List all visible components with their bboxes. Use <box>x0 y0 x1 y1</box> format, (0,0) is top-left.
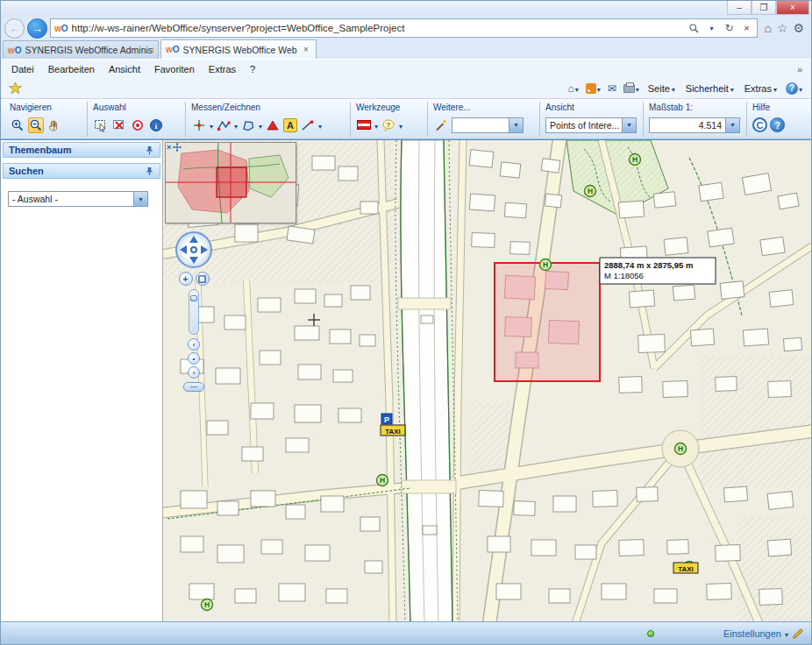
dropdown-button[interactable] <box>509 118 523 132</box>
draw-symbol-tool[interactable] <box>265 117 281 133</box>
pan-north-arrow[interactable] <box>189 236 198 243</box>
menu-extras[interactable]: Extras <box>202 61 243 77</box>
cmd-extras-menu[interactable]: Extras <box>739 82 782 96</box>
collapse-navigator-button[interactable]: — <box>183 382 204 392</box>
tab-weboffice-web[interactable]: wO SYNERGIS WebOffice WebO... × <box>160 39 317 59</box>
menu-favoriten[interactable]: Favoriten <box>147 61 202 77</box>
select-tool[interactable] <box>93 117 109 133</box>
pin-icon[interactable] <box>145 145 154 155</box>
map-viewport[interactable]: 2888,74 m x 2875,95 m M 1:18056 HHHHHHH … <box>163 140 811 621</box>
ansicht-select[interactable]: Points of Intere... <box>545 117 637 133</box>
measure-line-tool[interactable] <box>216 117 231 133</box>
svg-text:TAXI: TAXI <box>678 565 694 573</box>
pan-south-arrow[interactable] <box>189 257 198 264</box>
address-field[interactable]: wO http://w-ws-rainer/WebOffice/synserve… <box>50 18 758 38</box>
search-icon[interactable] <box>687 20 701 36</box>
tab-weboffice-admin[interactable]: wO SYNERGIS WebOffice Administ... <box>3 40 159 59</box>
search-category-select[interactable]: - Auswahl - <box>8 191 148 207</box>
overview-map[interactable]: × <box>165 142 296 223</box>
caret-down-icon[interactable] <box>399 120 402 131</box>
map-navigation-widget[interactable]: + ‹ • › — <box>174 231 214 392</box>
pan-hand-tool[interactable] <box>46 117 62 133</box>
search-panel-body: - Auswahl - <box>1 179 162 621</box>
measure-area-tool[interactable] <box>240 117 256 133</box>
window-maximize-button[interactable]: ❐ <box>751 1 776 15</box>
toolbar-group-werkzeuge: Werkzeuge ? <box>351 102 428 137</box>
zoom-out-tool-selected[interactable] <box>28 117 44 133</box>
copyright-button[interactable]: C <box>752 117 767 132</box>
massstab-combo[interactable]: 4.514 <box>649 117 740 133</box>
menu-ansicht[interactable]: Ansicht <box>102 61 147 77</box>
identify-info-tool[interactable]: i <box>148 117 164 133</box>
zoom-in-tool[interactable] <box>10 117 25 133</box>
pan-west-arrow[interactable] <box>180 245 187 254</box>
buffer-selection-tool[interactable] <box>130 117 146 133</box>
pan-east-arrow[interactable] <box>201 245 208 254</box>
menu-bar: Datei Bearbeiten Ansicht Favoriten Extra… <box>1 59 811 78</box>
add-favorite-star-icon[interactable] <box>6 81 24 96</box>
pin-icon[interactable] <box>145 167 154 176</box>
browser-forward-button[interactable]: → <box>27 18 47 39</box>
cmd-mail-button[interactable]: ✉ <box>604 81 620 96</box>
caret-down-icon[interactable] <box>234 120 238 131</box>
cmd-print-button[interactable] <box>620 81 643 96</box>
overview-move-icon[interactable] <box>173 143 182 152</box>
refresh-icon[interactable]: ↻ <box>722 20 736 36</box>
cmd-home-button[interactable]: ⌂ <box>564 81 581 96</box>
cmd-feeds-button[interactable] <box>582 81 604 96</box>
window-close-button[interactable]: × <box>776 1 809 15</box>
caret-down-icon[interactable] <box>210 120 213 131</box>
history-forward-button[interactable]: › <box>188 366 200 379</box>
settings-gear-icon[interactable]: ⚙ <box>793 21 804 35</box>
menu-hilfe[interactable]: ? <box>243 61 262 77</box>
full-extent-button[interactable]: • <box>188 352 200 365</box>
cmd-seite-menu[interactable]: Seite <box>643 82 680 96</box>
zoom-slider[interactable] <box>189 289 199 335</box>
menu-bearbeiten[interactable]: Bearbeiten <box>41 61 102 77</box>
zoom-slider-thumb[interactable] <box>190 295 197 301</box>
cmd-sicherheit-menu[interactable]: Sicherheit <box>680 82 739 96</box>
panel-header-suchen[interactable]: Suchen <box>3 163 160 179</box>
dropdown-button[interactable] <box>622 118 636 132</box>
maptip-tool[interactable]: ? <box>381 117 396 133</box>
dropdown-button[interactable] <box>725 118 739 132</box>
pan-compass[interactable] <box>175 231 212 268</box>
window-minimize-button[interactable]: – <box>727 1 751 15</box>
panel-header-themenbaum[interactable]: Themenbaum <box>3 142 160 158</box>
zoom-in-button[interactable]: + <box>179 272 193 286</box>
address-dropdown-icon[interactable] <box>704 20 718 36</box>
tab-strip: wO SYNERGIS WebOffice Administ... wO SYN… <box>1 39 811 59</box>
url-text[interactable]: http://w-ws-rainer/WebOffice/synserver?p… <box>72 23 684 33</box>
browser-back-button[interactable]: ← <box>4 18 25 39</box>
caret-down-icon <box>672 83 675 94</box>
redlining-tool[interactable] <box>356 117 372 133</box>
clear-selection-tool[interactable] <box>111 117 127 133</box>
settings-dropdown[interactable]: Einstellungen <box>723 628 781 639</box>
cmd-help-button[interactable]: ? <box>782 81 806 96</box>
history-back-button[interactable]: ‹ <box>188 338 200 351</box>
dropdown-button[interactable] <box>133 192 147 206</box>
caret-down-icon[interactable] <box>259 120 262 131</box>
caret-down-icon[interactable] <box>318 120 322 131</box>
menu-overflow-chevron[interactable]: » <box>792 64 808 74</box>
draw-line-tool[interactable] <box>300 117 316 133</box>
home-icon[interactable]: ⌂ <box>764 21 771 35</box>
zoom-box-button[interactable] <box>196 272 210 286</box>
tab-close-icon[interactable]: × <box>301 45 311 54</box>
edit-pencil-icon[interactable] <box>792 627 804 640</box>
pan-center-button[interactable] <box>190 246 197 253</box>
weitere-input[interactable] <box>452 117 524 133</box>
selection-rectangle[interactable] <box>495 263 600 381</box>
caret-down-icon[interactable] <box>785 628 788 639</box>
favorites-star-icon[interactable]: ☆ <box>777 21 788 35</box>
help-button[interactable]: ? <box>770 117 785 132</box>
caret-down-icon[interactable] <box>374 120 378 131</box>
measure-point-tool[interactable] <box>191 117 207 133</box>
menu-datei[interactable]: Datei <box>4 61 41 77</box>
magic-wand-tool[interactable] <box>433 117 449 133</box>
taxi-badge: TAXI <box>673 563 698 573</box>
overview-close-icon[interactable]: × <box>167 143 171 152</box>
draw-text-tool[interactable]: A <box>283 118 297 132</box>
stop-icon[interactable]: × <box>739 20 753 36</box>
transit-stop-label: H <box>380 476 385 485</box>
